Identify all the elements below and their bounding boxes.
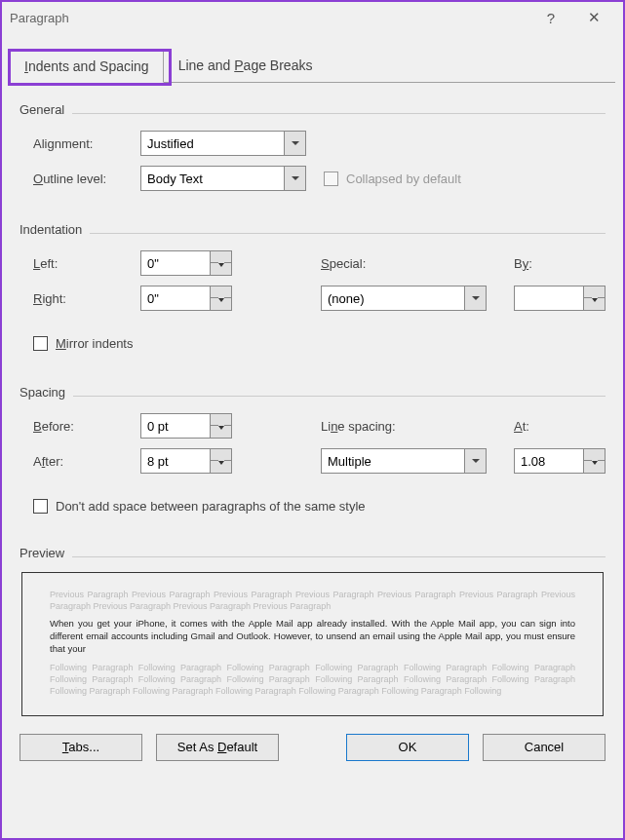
outline-combo[interactable]: Body Text [140,166,306,191]
spin-down-icon[interactable] [584,461,605,473]
collapsed-checkbox [324,172,338,186]
dialog-content: General Alignment: Justified Outline lev… [2,83,623,716]
group-preview: Preview [20,546,605,560]
spin-down-icon[interactable] [211,461,231,473]
preview-sample-text: When you get your iPhone, it comes with … [50,618,575,655]
group-spacing: Spacing [20,385,605,400]
group-general: General [20,102,605,117]
outline-label: Outline level: [33,172,140,186]
spin-down-icon[interactable] [584,298,605,310]
chevron-down-icon [464,449,486,473]
spin-up-icon[interactable] [584,286,605,298]
spin-up-icon[interactable] [211,449,231,461]
mirror-indents-label: Mirror indents [56,336,133,351]
divider [72,113,605,114]
tabs-button[interactable]: Tabs... [20,734,142,761]
chevron-down-icon [284,132,305,155]
spacing-at-value: 1.08 [515,454,583,469]
after-label: After: [33,454,140,469]
window-title: Paragraph [10,11,529,25]
chevron-down-icon [464,286,486,310]
dont-add-space-label: Don't add space between paragraphs of th… [56,499,366,514]
spacing-after-value: 8 pt [141,454,210,469]
help-button[interactable]: ? [529,10,572,26]
alignment-value: Justified [141,136,284,151]
divider [72,556,605,557]
indent-left-input[interactable]: 0" [140,250,232,276]
spacing-after-input[interactable]: 8 pt [140,448,232,474]
indent-right-input[interactable]: 0" [140,286,232,311]
paragraph-dialog: Paragraph ? ✕ Indents and Spacing Line a… [0,0,625,840]
divider [73,396,605,397]
spacing-at-input[interactable]: 1.08 [514,448,605,474]
alignment-combo[interactable]: Justified [140,131,306,156]
special-combo[interactable]: (none) [321,286,487,311]
special-value: (none) [322,291,464,306]
outline-value: Body Text [141,172,284,186]
before-label: Before: [33,419,140,434]
right-label: Right: [33,291,140,306]
spacing-before-value: 0 pt [141,419,210,434]
tab-strip: Indents and Spacing Line and Page Breaks [2,33,623,82]
ok-button[interactable]: OK [346,734,469,761]
dont-add-space-checkbox[interactable] [33,499,48,514]
group-indentation: Indentation [20,222,605,237]
tab-line-page-breaks[interactable]: Line and Page Breaks [164,49,328,82]
mirror-indents-checkbox[interactable] [33,336,48,351]
spin-up-icon[interactable] [211,251,231,263]
indent-by-input[interactable] [514,286,605,311]
alignment-label: Alignment: [33,136,140,151]
linespacing-value: Multiple [322,454,464,469]
spin-up-icon[interactable] [211,414,231,426]
spin-up-icon[interactable] [584,449,605,461]
set-default-button[interactable]: Set As Default [156,734,279,761]
titlebar: Paragraph ? ✕ [2,2,623,33]
preview-previous-text: Previous Paragraph Previous Paragraph Pr… [50,589,575,612]
linespacing-label: Line spacing: [321,419,487,434]
dialog-buttons: Tabs... Set As Default OK Cancel [2,716,623,761]
spin-down-icon[interactable] [211,298,231,310]
preview-following-text: Following Paragraph Following Paragraph … [50,662,575,697]
spacing-before-input[interactable]: 0 pt [140,413,232,439]
left-label: Left: [33,256,140,271]
spin-up-icon[interactable] [211,286,231,298]
indentation-title: Indentation [20,222,82,237]
close-button[interactable]: ✕ [572,9,615,26]
indent-left-value: 0" [141,256,210,271]
general-title: General [20,102,64,117]
spin-down-icon[interactable] [211,263,231,275]
by-label: By: [514,256,605,271]
linespacing-combo[interactable]: Multiple [321,448,487,474]
cancel-button[interactable]: Cancel [483,734,605,761]
preview-title: Preview [20,546,64,560]
tab-indents-spacing[interactable]: Indents and Spacing [10,50,164,83]
collapsed-label: Collapsed by default [346,172,461,186]
spin-down-icon[interactable] [211,426,231,438]
indent-right-value: 0" [141,291,210,306]
at-label: At: [514,419,605,434]
special-label: Special: [321,256,487,271]
chevron-down-icon [284,167,305,190]
divider [90,233,605,234]
preview-box: Previous Paragraph Previous Paragraph Pr… [21,572,604,716]
spacing-title: Spacing [20,385,65,400]
